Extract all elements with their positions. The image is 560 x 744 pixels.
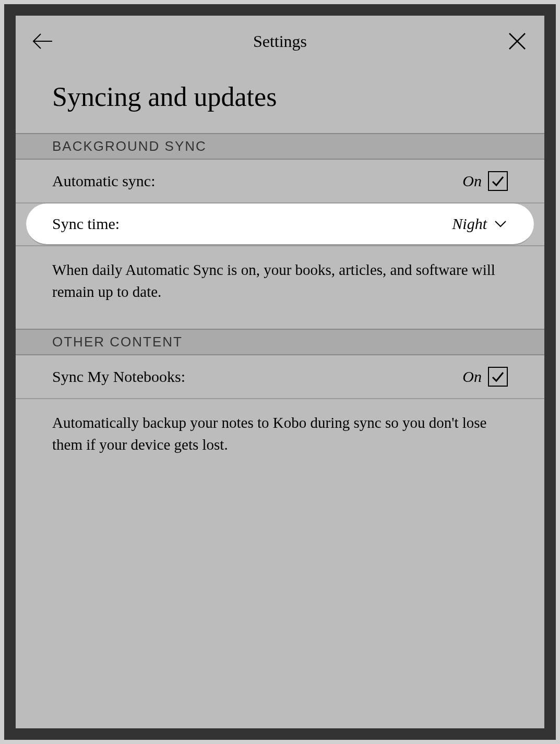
section-header-background-sync: BACKGROUND SYNC <box>16 133 544 160</box>
setting-automatic-sync[interactable]: Automatic sync: On <box>16 160 544 203</box>
other-content-description: Automatically backup your notes to Kobo … <box>16 399 544 482</box>
header-bar: Settings <box>16 16 544 67</box>
setting-value-wrap: On <box>462 367 508 387</box>
close-icon[interactable] <box>506 30 529 53</box>
section-header-other-content: OTHER CONTENT <box>16 329 544 355</box>
setting-label: Sync time: <box>52 215 120 233</box>
setting-label: Sync My Notebooks: <box>52 368 185 386</box>
setting-value: Night <box>452 215 487 233</box>
back-icon[interactable] <box>31 30 54 53</box>
page-title: Syncing and updates <box>16 67 544 133</box>
checkbox-automatic-sync[interactable] <box>488 171 508 191</box>
setting-value: On <box>462 368 482 386</box>
setting-label: Automatic sync: <box>52 172 155 190</box>
setting-sync-time[interactable]: Sync time: Night <box>26 203 534 245</box>
section-header-label: OTHER CONTENT <box>52 334 183 350</box>
section-header-label: BACKGROUND SYNC <box>52 138 207 154</box>
header-title: Settings <box>253 32 307 51</box>
checkbox-sync-notebooks[interactable] <box>488 367 508 387</box>
setting-value-wrap: On <box>462 171 508 191</box>
setting-value: On <box>462 172 482 190</box>
chevron-down-icon[interactable] <box>493 217 508 231</box>
setting-sync-notebooks[interactable]: Sync My Notebooks: On <box>16 355 544 399</box>
setting-value-wrap: Night <box>452 215 508 233</box>
background-sync-description: When daily Automatic Sync is on, your bo… <box>16 246 544 329</box>
